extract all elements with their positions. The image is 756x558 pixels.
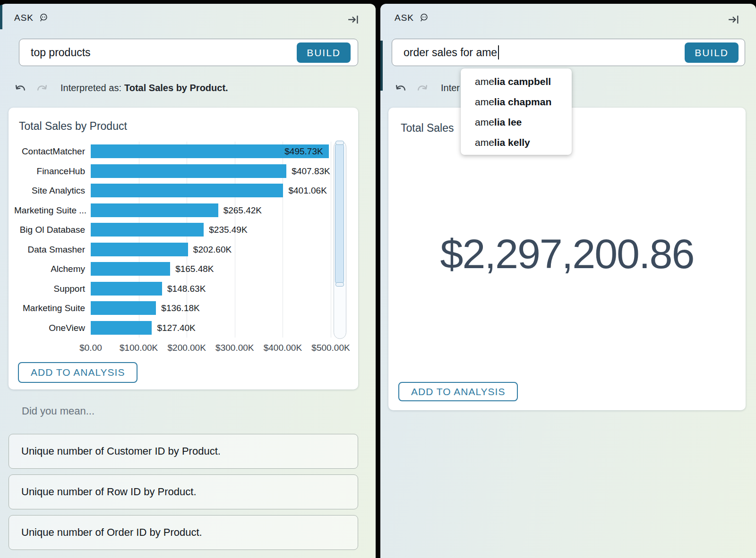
category-label: Big Ol Database <box>14 220 85 240</box>
chart-row: Marketing Suite$136.18K <box>14 298 347 318</box>
suggestion-item[interactable]: Unique number of Row ID by Product. <box>9 474 358 509</box>
collapse-panel-icon[interactable] <box>727 13 740 26</box>
chart-row: Site Analytics$401.06K <box>14 181 347 201</box>
chart-row: OneView$127.40K <box>14 318 347 338</box>
bar-value-label: $235.49K <box>209 223 247 237</box>
chart-title: Total Sales by Product <box>19 120 127 133</box>
redo-icon[interactable] <box>35 82 48 94</box>
chart-row: Marketing Suite ...$265.42K <box>14 201 347 220</box>
bar-value-label: $165.48K <box>175 262 214 276</box>
ask-title: ASK <box>14 13 34 23</box>
x-tick-label: $300.00K <box>215 343 254 353</box>
undo-icon[interactable] <box>14 82 27 94</box>
left-edge-accent <box>0 5 2 29</box>
bar-value-label: $265.42K <box>223 203 262 217</box>
chart-card: Total Sales by Product ContactMatcher$49… <box>9 108 358 389</box>
ask-panel-left: ASK top products BUILD Interpreted as:To… <box>0 4 376 558</box>
bar-value-label: $495.73K <box>91 144 323 158</box>
category-label: FinanceHub <box>14 161 85 181</box>
bar[interactable] <box>91 184 283 197</box>
bar[interactable] <box>91 243 188 256</box>
panel-header: ASK <box>395 12 429 23</box>
text-cursor <box>498 45 499 59</box>
bar-value-label: $202.60K <box>193 243 232 256</box>
add-to-analysis-button[interactable]: ADD TO ANALYSIS <box>398 382 518 401</box>
query-text: top products <box>31 46 91 59</box>
bar-value-label: $136.18K <box>161 301 199 315</box>
right-edge-accent <box>380 41 383 91</box>
chart-row: Data Smasher$202.60K <box>14 240 347 260</box>
bar[interactable] <box>91 301 156 315</box>
x-tick-label: $200.00K <box>168 343 206 353</box>
bar-value-label: $148.63K <box>167 282 206 296</box>
category-label: Support <box>14 279 85 299</box>
chart-row: Support$148.63K <box>14 279 347 299</box>
category-label: Marketing Suite ... <box>14 201 85 220</box>
category-label: OneView <box>14 318 85 338</box>
redo-icon[interactable] <box>416 82 429 94</box>
category-label: Site Analytics <box>14 181 85 201</box>
category-label: ContactMatcher <box>14 142 85 161</box>
build-button[interactable]: BUILD <box>685 42 739 63</box>
add-to-analysis-button[interactable]: ADD TO ANALYSIS <box>18 362 137 383</box>
interpreted-as-text-occluded: Inter <box>441 83 460 93</box>
scrollbar-thumb[interactable] <box>335 142 344 285</box>
chart-row: Big Ol Database$235.49K <box>14 220 347 240</box>
autocomplete-item[interactable]: amelia kelly <box>461 132 572 152</box>
x-tick-label: $100.00K <box>120 343 158 353</box>
category-label: Alchemy <box>14 259 85 279</box>
kpi-value: $2,297,200.86 <box>388 231 746 277</box>
bar-value-label: $401.06K <box>288 184 326 197</box>
chart-row: ContactMatcher$495.73K <box>14 142 347 161</box>
category-label: Data Smasher <box>14 240 85 260</box>
bar[interactable] <box>91 282 162 296</box>
suggestion-item[interactable]: Unique number of Order ID by Product. <box>9 515 358 550</box>
x-tick-label: $400.00K <box>264 343 302 353</box>
autocomplete-dropdown: amelia campbellamelia chapmanamelia leea… <box>461 68 572 155</box>
ask-title: ASK <box>395 13 414 23</box>
interpretation-row: Inter <box>395 79 460 96</box>
autocomplete-item[interactable]: amelia campbell <box>461 71 572 92</box>
q-chat-icon <box>38 12 49 23</box>
interpreted-as-text: Interpreted as:Total Sales by Product. <box>60 83 228 93</box>
bar[interactable] <box>91 164 286 178</box>
q-chat-icon <box>419 12 429 23</box>
x-tick-label: $500.00K <box>311 343 350 353</box>
autocomplete-item[interactable]: amelia lee <box>461 112 572 132</box>
bar[interactable] <box>91 262 170 276</box>
bar[interactable] <box>91 321 152 335</box>
bar-chart: ContactMatcher$495.73KFinanceHub$407.83K… <box>14 142 347 338</box>
chart-row: Alchemy$165.48K <box>14 259 347 279</box>
panel-header: ASK <box>14 12 49 23</box>
query-text: order sales for ame <box>404 46 497 59</box>
autocomplete-item[interactable]: amelia chapman <box>461 92 572 112</box>
bar-value-label: $407.83K <box>292 164 330 178</box>
bar[interactable] <box>91 203 218 217</box>
query-input[interactable]: top products BUILD <box>19 39 358 66</box>
chart-row: FinanceHub$407.83K <box>14 161 347 181</box>
interpretation-row: Interpreted as:Total Sales by Product. <box>14 79 228 96</box>
collapse-panel-icon[interactable] <box>347 13 360 26</box>
category-label: Marketing Suite <box>14 298 85 318</box>
scrollbar-grip-bottom <box>335 282 344 287</box>
undo-icon[interactable] <box>395 82 407 94</box>
chart-scrollbar[interactable] <box>334 141 346 339</box>
scrollbar-grip-top <box>335 141 344 145</box>
ask-panel-right: ASK order sales for ame BUILD Inter Tota… <box>380 4 756 558</box>
bar[interactable] <box>91 223 204 237</box>
suggestion-item[interactable]: Unique number of Customer ID by Product. <box>9 434 358 469</box>
did-you-mean-heading: Did you mean... <box>22 405 94 417</box>
bar-value-label: $127.40K <box>157 321 195 335</box>
kpi-title: Total Sales <box>401 122 454 135</box>
build-button[interactable]: BUILD <box>297 42 351 63</box>
query-input[interactable]: order sales for ame BUILD <box>392 39 745 66</box>
x-axis-ticks: $0.00$100.00K$200.00K$300.00K$400.00K$50… <box>14 343 347 354</box>
x-tick-label: $0.00 <box>79 343 102 353</box>
panel-divider <box>376 0 380 558</box>
